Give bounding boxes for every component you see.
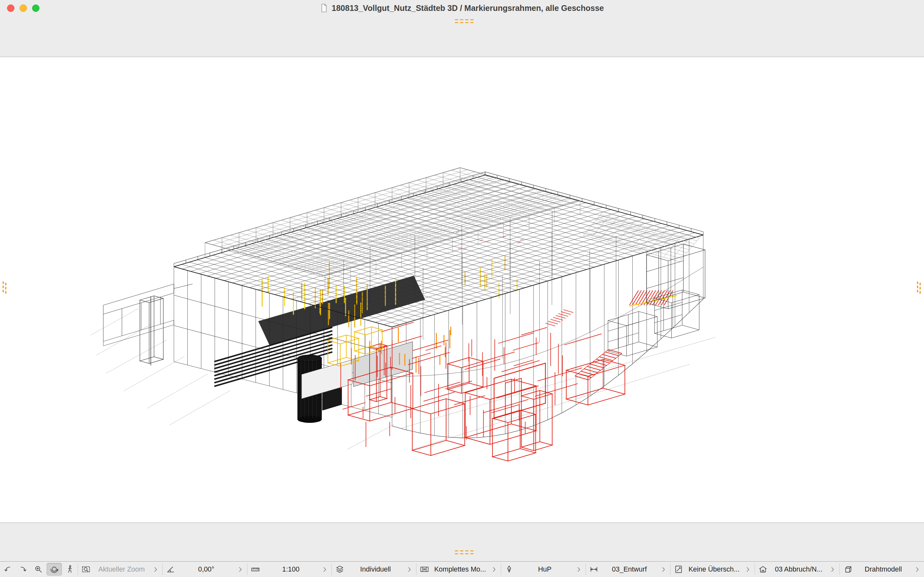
chevron-right-icon [491,566,498,573]
view-rotation-icon [166,564,176,574]
nav-back-icon [3,564,13,574]
zoom-in-icon [34,564,43,574]
quick-option-label: Individuell [347,566,404,574]
chevron-right-icon [660,566,667,573]
pen-set-icon [504,564,514,574]
nav-forward-icon [18,564,28,574]
quick-option-pen-set[interactable]: HuP [501,562,586,577]
orbit-icon [49,564,59,574]
explore-walk-icon [65,564,75,574]
quick-option-3d-style[interactable]: Drahtmodell [840,562,924,577]
quick-option-label: 03 Abbruch/N... [771,566,827,574]
quick-option-model-view-options[interactable]: Komplettes Mo... [417,562,501,577]
dimension-standard-icon [589,564,599,574]
toolbar-area [0,16,924,57]
quick-option-label: Komplettes Mo... [432,566,488,574]
quick-option-label: 1:100 [263,566,319,574]
window-controls [7,0,39,16]
zoom-in-button[interactable] [31,562,46,577]
renovation-filter-icon [758,564,768,574]
minimize-button[interactable] [19,5,27,12]
window-title: 180813_Vollgut_Nutz_Städteb 3D / Markier… [332,3,604,13]
quick-option-graphic-override[interactable]: Keine Übersch... [670,562,755,577]
palette-handle-bottom[interactable] [455,550,473,554]
chevron-right-icon [575,566,582,573]
quick-option-renovation-filter[interactable]: 03 Abbruch/N... [755,562,839,577]
palette-handle-top[interactable] [455,19,473,23]
nav-forward-button[interactable] [15,562,31,577]
navigation-tools [0,562,78,577]
close-button[interactable] [7,5,15,12]
bottom-spacer [0,522,924,561]
quick-option-label: Aktueller Zoom [94,566,150,574]
orbit-button[interactable] [47,563,62,576]
quick-option-dimension-standard[interactable]: 03_Entwurf [586,562,670,577]
scale-icon [250,564,260,574]
model-view-options-icon [420,564,429,574]
quick-option-scale[interactable]: 1:100 [247,562,332,577]
statusbar: Aktueller Zoom0,00°1:100IndividuellKompl… [0,561,924,577]
chevron-right-icon [406,566,413,573]
zoom-preset-icon [81,564,91,574]
3d-model-wireframe [0,57,924,522]
quick-option-label: Keine Übersch... [686,566,742,574]
chevron-right-icon [152,566,159,573]
graphic-override-icon [674,564,683,574]
quick-option-label: 0,00° [178,566,234,574]
chevron-right-icon [745,566,751,573]
quick-option-label: Drahtmodell [855,566,911,574]
app-window: 180813_Vollgut_Nutz_Städteb 3D / Markier… [0,0,924,577]
nav-back-button[interactable] [0,562,15,577]
chevron-right-icon [237,566,244,573]
quick-option-label: 03_Entwurf [601,566,658,574]
chevron-right-icon [829,566,836,573]
quick-option-zoom-preset[interactable]: Aktueller Zoom [78,562,162,577]
quick-option-label: HuP [517,566,573,574]
viewport-3d[interactable] [0,57,924,522]
palette-handle-left[interactable] [3,282,7,293]
layer-combination-icon [335,564,344,574]
quick-options: Aktueller Zoom0,00°1:100IndividuellKompl… [78,562,924,577]
quick-option-layer-combination[interactable]: Individuell [332,562,416,577]
explore-walk-button[interactable] [62,562,78,577]
titlebar: 180813_Vollgut_Nutz_Städteb 3D / Markier… [0,0,924,16]
title-area: 180813_Vollgut_Nutz_Städteb 3D / Markier… [320,3,604,13]
3d-style-icon [843,564,853,574]
chevron-right-icon [321,566,328,573]
document-proxy-icon[interactable] [320,3,328,13]
zoom-button[interactable] [32,5,39,12]
palette-handle-right[interactable] [917,282,921,293]
chevron-right-icon [914,566,921,573]
quick-option-view-rotation[interactable]: 0,00° [163,562,247,577]
